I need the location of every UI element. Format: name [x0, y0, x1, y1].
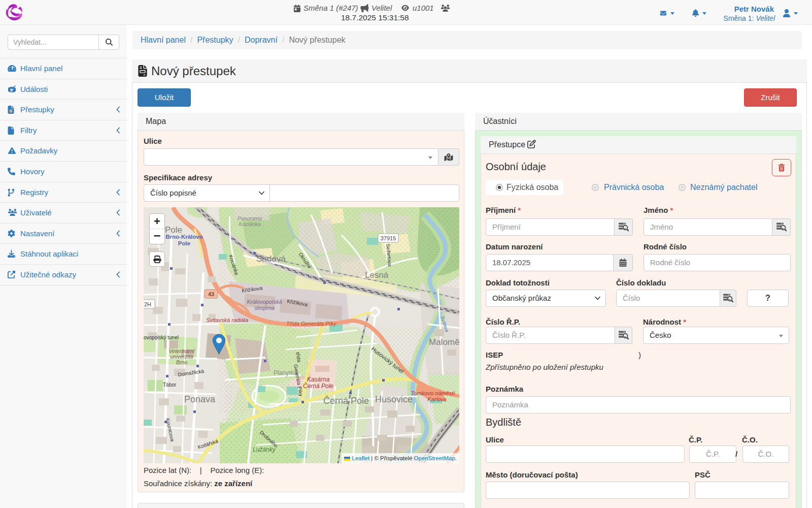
svg-text:Ponava: Ponava	[184, 394, 216, 404]
svg-text:Lesná: Lesná	[365, 270, 389, 280]
svg-text:2H: 2H	[144, 301, 151, 307]
svg-text:37915: 37915	[381, 235, 396, 241]
svg-text:Třída Generála Píky: Třída Generála Píky	[286, 321, 337, 327]
svg-text:Maloměř: Maloměř	[429, 337, 459, 347]
svg-text:43: 43	[208, 291, 214, 297]
svg-text:Lužánky: Lužánky	[253, 446, 276, 453]
svg-text:ovopolský tunel: ovopolský tunel	[144, 335, 179, 340]
svg-text:Husovice: Husovice	[375, 394, 413, 404]
svg-text:PanoramaKociánka: PanoramaKociánka	[238, 215, 262, 227]
svg-text:Tábor: Tábor	[163, 382, 177, 388]
svg-text:Svitavská radiála: Svitavská radiála	[206, 317, 248, 323]
svg-text:Černá Pole: Černá Pole	[323, 395, 369, 406]
svg-text:Sadová: Sadová	[256, 254, 286, 264]
svg-text:KasárnaČerná Pole: KasárnaČerná Pole	[303, 376, 333, 390]
